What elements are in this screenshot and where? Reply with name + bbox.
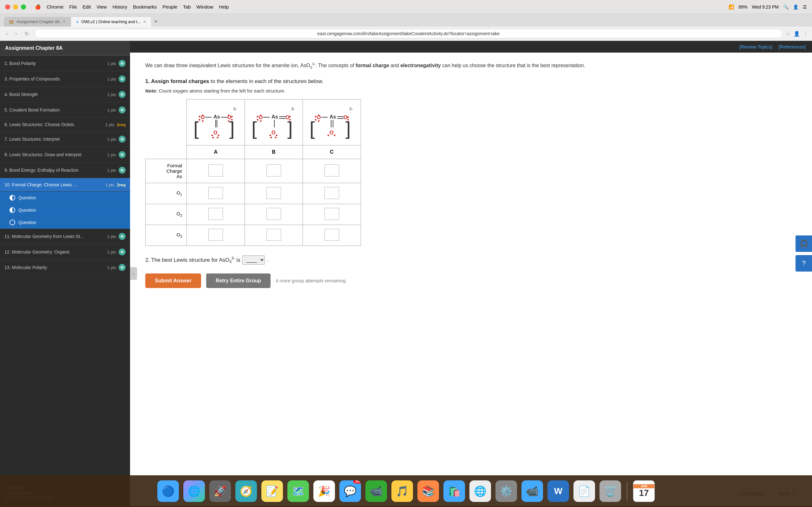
- sidebar-item-mol-polarity[interactable]: 13. Molecular Polarity 1 pts M: [0, 260, 130, 275]
- menu-people[interactable]: People: [162, 4, 177, 9]
- sidebar-item-bond-energy[interactable]: 9. Bond Energy: Enthalpy of Reaction 1 p…: [0, 163, 130, 178]
- dock-books[interactable]: 📚: [417, 481, 439, 502]
- structure-c-cell: [ ] 3- As: [303, 99, 361, 145]
- sidebar-item-lewis-draw[interactable]: 8. Lewis Structures: Draw and Interpret …: [0, 147, 130, 163]
- url-field[interactable]: east.cengagenow.com/ilrn/takeAssignment/…: [34, 29, 783, 38]
- dock-photos[interactable]: 🎉: [313, 481, 335, 502]
- dock-siri[interactable]: 🌐: [183, 481, 205, 502]
- dock-trash[interactable]: 🗑️: [600, 481, 621, 502]
- back-button[interactable]: ‹: [4, 30, 10, 38]
- content-area: [Review Topics] [References] We can draw…: [130, 41, 812, 506]
- tab-assignment[interactable]: 🏫 Assignment Chapter 8A ✕: [4, 17, 71, 26]
- helper-button-2[interactable]: ?: [796, 255, 812, 272]
- bookmark-icon[interactable]: ☆: [786, 31, 791, 37]
- input-o1-b[interactable]: [266, 187, 281, 199]
- sidebar-item-covalent-bond[interactable]: 5. Covalent Bond Formation 1 pts M: [0, 102, 130, 118]
- menu-help[interactable]: Help: [219, 4, 229, 9]
- sub-item-dot-3: [9, 220, 15, 225]
- new-tab-button[interactable]: +: [154, 18, 158, 25]
- dock-facetime[interactable]: 📹: [365, 481, 387, 502]
- review-topics-link[interactable]: [Review Topics]: [740, 44, 772, 49]
- svg-text:3-: 3-: [349, 107, 353, 111]
- svg-point-63: [334, 134, 336, 136]
- minimize-button[interactable]: [13, 4, 18, 9]
- input-o3-a[interactable]: [208, 229, 223, 241]
- input-o2-a[interactable]: [208, 208, 223, 220]
- menu-history[interactable]: History: [113, 4, 128, 9]
- svg-text:O: O: [344, 115, 347, 120]
- tab-close-1[interactable]: ✕: [62, 19, 66, 24]
- menu-tab[interactable]: Tab: [183, 4, 191, 9]
- dock-notes[interactable]: 📝: [261, 481, 283, 502]
- input-as-a[interactable]: [208, 164, 223, 176]
- input-o3-b[interactable]: [266, 229, 281, 241]
- tab-owlv2[interactable]: ● OWLv2 | Online teaching and l... ✕: [71, 16, 152, 26]
- dock-finder[interactable]: 🔵: [157, 481, 179, 502]
- dock-music[interactable]: 🎵: [392, 481, 413, 502]
- menu-file[interactable]: File: [69, 4, 77, 9]
- svg-text:As: As: [271, 114, 278, 119]
- sub-item-question-2[interactable]: Question: [0, 204, 130, 216]
- user-avatar[interactable]: 👤: [793, 4, 798, 9]
- forward-button[interactable]: ›: [13, 30, 19, 38]
- input-as-c[interactable]: [324, 164, 339, 176]
- sidebar-collapse-button[interactable]: ‹: [130, 267, 137, 280]
- input-as-b[interactable]: [266, 164, 281, 176]
- helper-button-1[interactable]: 🎧: [796, 235, 812, 252]
- dock-messages[interactable]: 💬: [339, 481, 361, 502]
- menu-bookmarks[interactable]: Bookmarks: [133, 4, 157, 9]
- dock-preview[interactable]: 📄: [573, 481, 595, 502]
- more-icon[interactable]: ⋮: [803, 31, 808, 37]
- dock-maps[interactable]: 🗺️: [287, 481, 309, 502]
- account-icon[interactable]: 👤: [794, 31, 800, 37]
- sidebar-item-properties[interactable]: 3. Properties of Compounds 1 pts M: [0, 71, 130, 87]
- refresh-button[interactable]: ↻: [22, 30, 31, 38]
- content-scroll[interactable]: We can draw three inequivalent Lewis str…: [130, 53, 812, 481]
- fullscreen-button[interactable]: [21, 4, 26, 9]
- tab-close-2[interactable]: ✕: [143, 20, 146, 24]
- menu-chrome[interactable]: Chrome: [47, 4, 63, 9]
- sidebar-item-mol-geometry-organic[interactable]: 12. Molecular Geometry: Organic 1 pts M: [0, 244, 130, 260]
- apple-menu[interactable]: 🍎: [35, 4, 41, 10]
- input-o3-c[interactable]: [324, 229, 339, 241]
- sub-item-question-3[interactable]: Question: [0, 216, 130, 229]
- menu-window[interactable]: Window: [196, 4, 213, 9]
- datetime: Wed 9:23 PM: [752, 4, 779, 9]
- dock-word[interactable]: W: [548, 481, 569, 502]
- best-structure-select[interactable]: ____ A B C: [242, 256, 265, 265]
- wifi-icon[interactable]: 📶: [728, 4, 734, 9]
- dock-appstore[interactable]: 🛍️: [444, 481, 465, 502]
- input-o1-a[interactable]: [208, 187, 223, 199]
- sidebar-item-bond-strength[interactable]: 4. Bond Strength 1 pts M: [0, 87, 130, 102]
- close-button[interactable]: [5, 4, 10, 9]
- svg-point-59: [318, 120, 320, 122]
- svg-point-18: [228, 120, 230, 122]
- sidebar-item-formal-charge[interactable]: 10. Formal Charge: Choose Lewis ... 1 pt…: [0, 178, 130, 192]
- sidebar-item-bond-polarity[interactable]: 2. Bond Polarity 1 pts M: [0, 56, 130, 71]
- sidebar-item-mol-geometry[interactable]: 11. Molecular Geometry from Lewis St... …: [0, 229, 130, 244]
- intro-text: We can draw three inequivalent Lewis str…: [145, 61, 797, 70]
- dock-divider: [627, 482, 627, 501]
- dock-chrome[interactable]: 🌐: [469, 481, 491, 502]
- input-o2-b[interactable]: [266, 208, 281, 220]
- references-link[interactable]: [References]: [779, 44, 806, 49]
- dock-system-prefs[interactable]: ⚙️: [496, 481, 517, 502]
- dock-safari[interactable]: 🧭: [235, 481, 257, 502]
- menu-extra-icon[interactable]: ☰: [803, 4, 807, 9]
- retry-group-button[interactable]: Retry Entire Group: [206, 274, 270, 288]
- row-o1: O1: [146, 183, 187, 204]
- sidebar-item-lewis-interpret[interactable]: 7. Lewis Stuctures: Interpret 1 pts M: [0, 131, 130, 147]
- sidebar-item-lewis-octets[interactable]: 6. Lewis Structures: Choose Octets 1 pts…: [0, 118, 130, 131]
- search-icon[interactable]: 🔍: [783, 4, 789, 9]
- sub-item-dot-2: [9, 207, 15, 213]
- dock-zoom[interactable]: 📹: [521, 481, 543, 502]
- tab-bar: 🏫 Assignment Chapter 8A ✕ ● OWLv2 | Onli…: [0, 14, 812, 26]
- dock-launchpad[interactable]: 🚀: [209, 481, 231, 502]
- dock-calendar[interactable]: JUN 17: [633, 481, 655, 502]
- menu-edit[interactable]: Edit: [83, 4, 91, 9]
- sub-item-question-1[interactable]: Question: [0, 192, 130, 204]
- input-o2-c[interactable]: [324, 208, 339, 220]
- submit-answer-button[interactable]: Submit Answer: [145, 274, 201, 288]
- menu-view[interactable]: View: [96, 4, 107, 9]
- input-o1-c[interactable]: [324, 187, 339, 199]
